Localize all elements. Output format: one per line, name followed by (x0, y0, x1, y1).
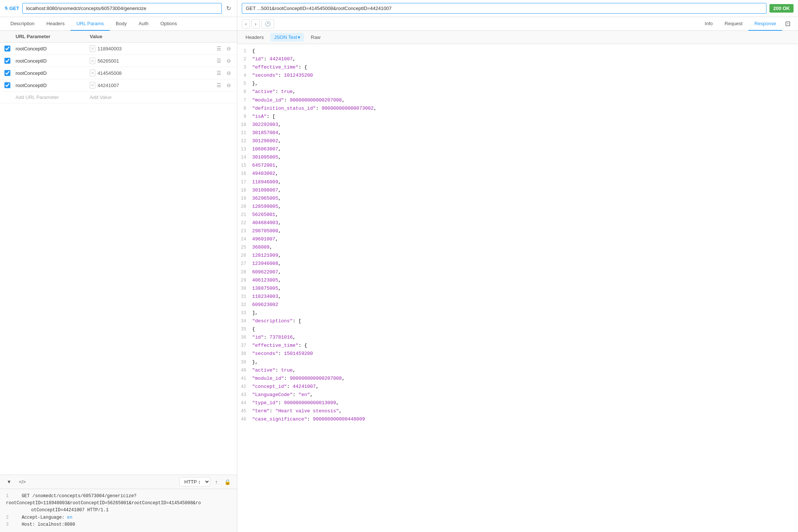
param-remove-btn-2[interactable]: ⊖ (225, 57, 233, 64)
right-tabs: Info Request Response (699, 17, 782, 30)
tab-body[interactable]: Body (110, 17, 133, 31)
json-line: 32 609623002 (237, 301, 798, 309)
table-row: rootConceptID = 414545008 ☰ ⊖ (0, 67, 237, 79)
json-line: 1{ (237, 47, 798, 55)
raw-line-2: 2 Accept-Language: en (6, 514, 231, 521)
param-value-3: 414545008 (98, 70, 122, 76)
method-badge: ⇅ GET (4, 6, 19, 11)
param-menu-btn-2[interactable]: ☰ (215, 57, 223, 64)
json-line: 5 }, (237, 80, 798, 88)
param-menu-btn-1[interactable]: ☰ (215, 45, 223, 52)
add-param-placeholder[interactable]: Add URL Parameter (16, 94, 90, 100)
raw-request: 1 GET /snomedct/concepts/60573004/generi… (0, 489, 237, 532)
code-button[interactable]: </> (17, 478, 28, 486)
json-line: 28 609622007, (237, 268, 798, 276)
param-name-1: rootConceptID (16, 46, 90, 51)
dropdown-button[interactable]: ▼ (4, 478, 14, 486)
table-row: rootConceptID = 118940003 ☰ ⊖ (0, 43, 237, 55)
json-line: 43 "LanguageCode": "en", (237, 391, 798, 399)
nav-back-button[interactable]: ‹ (242, 19, 250, 29)
right-nav-bar: ‹ › 🕐 Info Request Response ⊡ (237, 17, 798, 31)
param-checkbox-3[interactable] (4, 70, 10, 76)
json-line: 19 362965005, (237, 194, 798, 203)
json-line: 45 "term": "Heart valve stenosis", (237, 407, 798, 415)
status-badge: 200 OK (769, 4, 794, 13)
json-line: 8 "definition_status_id": 90000000000007… (237, 104, 798, 113)
json-line: 17 118946009, (237, 178, 798, 186)
left-url-input[interactable] (22, 3, 222, 14)
copy-button[interactable]: ⊡ (782, 18, 794, 29)
equals-icon-4: = (90, 82, 95, 89)
tab-description[interactable]: Description (4, 17, 40, 31)
json-line: 34 "descriptions": [ (237, 317, 798, 325)
param-remove-btn-4[interactable]: ⊖ (225, 82, 233, 89)
equals-icon-3: = (90, 70, 95, 76)
json-line: 27 123946008, (237, 260, 798, 268)
tab-options[interactable]: Options (155, 17, 183, 31)
equals-icon-2: = (90, 57, 95, 64)
json-line: 30 138875005, (237, 285, 798, 293)
sub-tab-headers[interactable]: Headers (242, 33, 267, 41)
param-actions-3: ☰ ⊖ (210, 69, 233, 77)
json-line: 21 56265001, (237, 211, 798, 219)
param-checkbox-2[interactable] (4, 58, 10, 64)
json-line: 12 301296002, (237, 137, 798, 145)
json-line: 24 49601007, (237, 235, 798, 243)
param-name-4: rootConceptID (16, 83, 90, 88)
right-url-bar: 200 OK (237, 0, 798, 17)
refresh-button[interactable]: ↻ (225, 3, 233, 13)
lock-button[interactable]: 🔒 (222, 478, 233, 486)
tab-request[interactable]: Request (719, 17, 748, 31)
json-line: 37 "effective_time": { (237, 342, 798, 350)
protocol-select[interactable]: HTTP ↕ (179, 477, 210, 486)
tab-response[interactable]: Response (748, 17, 782, 31)
param-value-2: 56265001 (98, 58, 119, 64)
sub-tab-raw[interactable]: Raw (307, 33, 324, 41)
raw-line-3: 3 Host: localhost:8080 (6, 521, 231, 528)
param-checkbox-4[interactable] (4, 82, 10, 88)
param-actions-1: ☰ ⊖ (210, 45, 233, 52)
json-line: 6 "active": true, (237, 88, 798, 96)
share-button[interactable]: ↑ (213, 478, 220, 486)
json-line: 18 301098007, (237, 186, 798, 194)
json-line: 26 128121009, (237, 252, 798, 260)
left-tabs-nav: Description Headers URL Params Body Auth… (0, 17, 237, 31)
json-line: 38 "seconds": 1501459200 (237, 350, 798, 358)
method-label: GET (9, 6, 19, 11)
param-menu-btn-4[interactable]: ☰ (215, 82, 223, 89)
tab-url-params[interactable]: URL Params (70, 17, 110, 31)
tab-info[interactable]: Info (699, 17, 719, 31)
param-checkbox-1[interactable] (4, 46, 10, 51)
params-table-header: URL Parameter Value (0, 31, 237, 43)
param-value-cell-1: = 118940003 (90, 45, 210, 52)
json-viewer: 1{2 "id": 44241007,3 "effective_time": {… (237, 44, 798, 532)
tab-auth[interactable]: Auth (133, 17, 155, 31)
json-line: 11 301857004, (237, 129, 798, 137)
param-remove-btn-3[interactable]: ⊖ (225, 69, 233, 77)
json-line: 39 }, (237, 358, 798, 366)
json-line: 9 "isA": [ (237, 113, 798, 121)
clock-button[interactable]: 🕐 (261, 19, 274, 29)
json-line: 29 406123005, (237, 276, 798, 285)
response-sub-tabs: Headers JSON Text ▾ Raw (237, 31, 798, 44)
add-value-placeholder[interactable]: Add Value (90, 94, 210, 100)
tab-headers[interactable]: Headers (40, 17, 70, 31)
param-value-cell-3: = 414545008 (90, 70, 210, 76)
nav-forward-button[interactable]: › (251, 19, 260, 29)
json-line: 2 "id": 44241007, (237, 55, 798, 63)
json-line: 7 "module_id": 900000000000207008, (237, 96, 798, 104)
json-line: 33 ], (237, 309, 798, 317)
param-actions-4: ☰ ⊖ (210, 82, 233, 89)
json-line: 36 "id": 73781016, (237, 333, 798, 342)
right-url-input[interactable] (242, 3, 766, 14)
bottom-bar: ▼ </> HTTP ↕ ↑ 🔒 1 GET /snomedct/concept… (0, 475, 237, 532)
param-remove-btn-1[interactable]: ⊖ (225, 45, 233, 52)
param-value-cell-4: = 44241007 (90, 82, 210, 89)
nav-arrows: ‹ › 🕐 (242, 19, 274, 29)
json-line: 10 302292003, (237, 121, 798, 129)
sub-tab-json-text[interactable]: JSON Text ▾ (270, 33, 304, 41)
params-table: URL Parameter Value rootConceptID = 1189… (0, 31, 237, 475)
equals-icon-1: = (90, 45, 95, 52)
json-line: 16 49483002, (237, 170, 798, 178)
param-menu-btn-3[interactable]: ☰ (215, 69, 223, 77)
